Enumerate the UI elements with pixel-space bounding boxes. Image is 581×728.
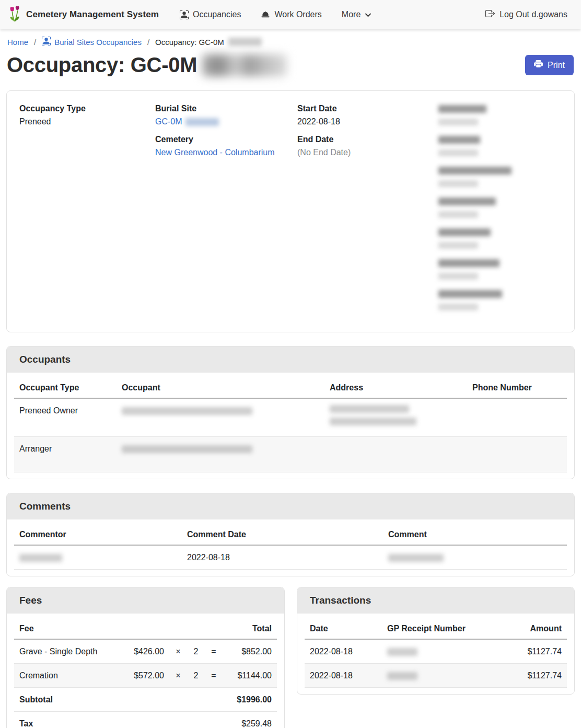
redacted-text	[19, 554, 62, 562]
redacted-text	[438, 119, 478, 125]
column-header: Fee	[14, 618, 119, 639]
column-header: Comment Date	[182, 524, 383, 545]
column-header: Date	[305, 618, 382, 639]
logout-label: Log Out d.gowans	[499, 10, 567, 19]
print-button[interactable]: Print	[525, 55, 574, 75]
comment-cell	[383, 545, 567, 570]
fee-unit-cell: $572.00	[119, 664, 169, 688]
comments-section: Comments Commentor Comment Date Comment …	[6, 493, 575, 576]
fees-transactions-row: Fees Fee Total Grave - Single Depth $426…	[6, 587, 575, 728]
column-header-spacer	[119, 618, 223, 639]
hard-hat-icon	[261, 10, 270, 19]
fee-total-cell: $1144.00	[223, 664, 277, 688]
column-header: Occupant	[117, 377, 324, 398]
column-header: Amount	[507, 618, 567, 639]
redacted-text	[438, 259, 499, 267]
occupants-section-title: Occupants	[7, 346, 574, 373]
redacted-text	[438, 304, 478, 310]
redacted-text	[438, 273, 478, 280]
field-cemetery: Cemetery New Greenwood - Columbarium	[155, 134, 297, 158]
breadcrumb-separator: /	[147, 38, 149, 47]
logout-button[interactable]: Log Out d.gowans	[485, 9, 567, 20]
occupants-section: Occupants Occupant Type Occupant Address…	[6, 346, 575, 479]
occupant-cell	[117, 398, 324, 437]
column-header: GP Receipt Number	[382, 618, 507, 639]
redacted-field	[438, 258, 562, 281]
occupant-type-cell: Preneed Owner	[14, 398, 117, 437]
redacted-text	[388, 554, 444, 562]
address-cell	[324, 437, 467, 472]
field-value: (No End Date)	[297, 147, 438, 158]
field-label: Start Date	[297, 103, 438, 114]
nav-label: Work Orders	[274, 10, 321, 19]
redacted-field	[438, 288, 562, 312]
fee-name-cell: Cremation	[14, 664, 119, 688]
address-cell	[324, 398, 467, 437]
field-label: Occupancy Type	[19, 103, 155, 114]
breadcrumb-current: Occupancy: GC-0M	[155, 38, 262, 47]
person-bounding-box-icon	[180, 10, 189, 19]
nav-item-more[interactable]: More	[342, 10, 371, 19]
transactions-section-title: Transactions	[297, 587, 574, 614]
redacted-text	[122, 407, 252, 415]
burial-site-link[interactable]: GC-0M	[155, 117, 219, 126]
field-label: End Date	[297, 134, 438, 145]
table-header-row: Fee Total	[14, 618, 277, 639]
table-row: Cremation $572.00 × 2 = $1144.00	[14, 664, 277, 688]
redacted-text	[438, 136, 480, 144]
details-column-redacted	[438, 103, 562, 319]
redacted-text	[202, 54, 287, 76]
breadcrumb-home[interactable]: Home	[7, 38, 28, 47]
transactions-table: Date GP Receipt Number Amount 2022-08-18…	[305, 618, 567, 688]
redacted-text	[438, 180, 478, 187]
fee-unit-cell: $426.00	[119, 639, 169, 664]
transaction-date-cell: 2022-08-18	[305, 664, 382, 688]
redacted-text	[438, 149, 478, 156]
transaction-date-cell: 2022-08-18	[305, 639, 382, 664]
column-header: Total	[223, 618, 277, 639]
logout-icon	[485, 9, 495, 20]
redacted-field	[438, 103, 562, 127]
tax-row: Tax $259.48	[14, 712, 277, 728]
tulip-logo-icon	[8, 5, 21, 24]
person-bounding-box-icon	[42, 37, 51, 47]
fee-total-cell: $852.00	[223, 639, 277, 664]
chevron-down-icon	[365, 11, 371, 18]
comments-section-title: Comments	[7, 493, 574, 519]
field-end-date: End Date (No End Date)	[297, 134, 438, 158]
breadcrumb-occupancies[interactable]: Burial Sites Occupancies	[42, 37, 142, 47]
nav-item-work-orders[interactable]: Work Orders	[261, 10, 321, 19]
field-occupancy-type: Occupancy Type Preneed	[19, 103, 155, 127]
summary-value: $259.48	[119, 712, 277, 728]
redacted-text	[122, 445, 252, 453]
redacted-text	[438, 167, 512, 175]
redacted-field	[438, 134, 562, 158]
fee-qty-cell: 2	[187, 664, 205, 688]
commentor-cell	[14, 545, 182, 570]
details-column-3: Start Date 2022-08-18 End Date (No End D…	[297, 103, 438, 319]
title-row: Occupancy: GC-0M Print	[0, 51, 581, 77]
column-header: Comment	[383, 524, 567, 545]
field-label: Cemetery	[155, 134, 297, 145]
phone-cell	[467, 437, 567, 472]
cemetery-link[interactable]: New Greenwood - Columbarium	[155, 148, 275, 157]
redacted-text	[387, 672, 417, 680]
brand[interactable]: Cemetery Management System	[8, 5, 159, 24]
fee-qty-cell: 2	[187, 639, 205, 664]
table-header-row: Occupant Type Occupant Address Phone Num…	[14, 377, 567, 398]
nav-item-occupancies[interactable]: Occupancies	[180, 10, 241, 19]
redacted-text	[438, 228, 491, 236]
occupancy-details-card: Occupancy Type Preneed Burial Site GC-0M…	[6, 90, 575, 332]
breadcrumb: Home / Burial Sites Occupancies / Occupa…	[0, 29, 581, 51]
occupant-cell	[117, 437, 324, 472]
details-column-2: Burial Site GC-0M Cemetery New Greenwood…	[155, 103, 297, 319]
summary-value: $1996.00	[119, 688, 277, 712]
fee-equals-cell: =	[205, 639, 223, 664]
table-row: Grave - Single Depth $426.00 × 2 = $852.…	[14, 639, 277, 664]
receipt-cell	[382, 639, 507, 664]
redacted-text	[387, 648, 417, 656]
field-burial-site: Burial Site GC-0M	[155, 103, 297, 127]
phone-cell	[467, 398, 567, 437]
redacted-text	[438, 290, 502, 298]
field-value: Preneed	[19, 117, 155, 127]
